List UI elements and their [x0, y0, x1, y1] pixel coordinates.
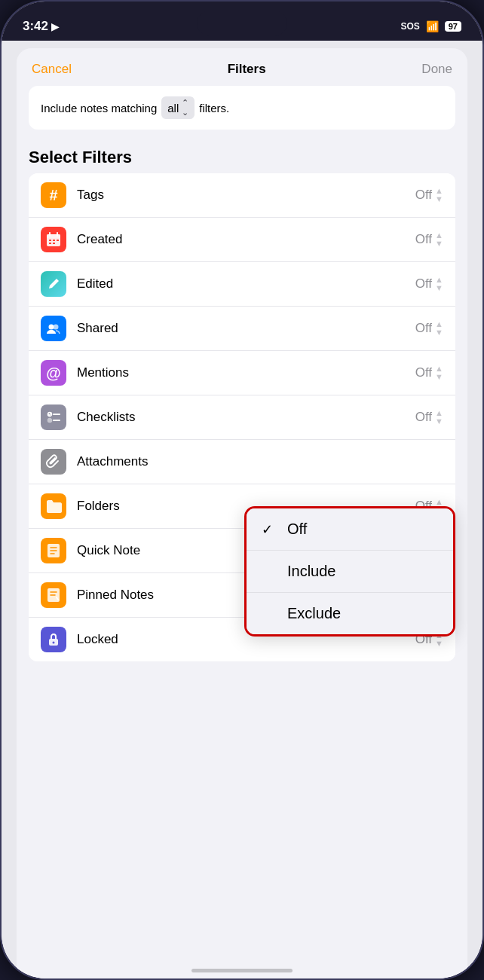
dropdown-exclude-label: Exclude [287, 605, 341, 622]
svg-rect-1 [47, 234, 60, 238]
modal-sheet: Cancel Filters Done Include notes matchi… [17, 48, 467, 978]
sos-indicator: SOS [400, 21, 419, 32]
home-indicator [191, 969, 293, 972]
created-label: Created [77, 232, 415, 247]
svg-point-12 [48, 419, 52, 423]
svg-rect-4 [49, 240, 51, 241]
checklists-value: Off [415, 410, 432, 425]
phone-screen: 3:42 ▶ SOS 📶 97 Cancel Filters Done [2, 2, 482, 978]
battery-icon: 97 [445, 21, 461, 32]
shared-label: Shared [77, 321, 415, 336]
status-bar: 3:42 ▶ SOS 📶 97 [2, 2, 482, 41]
filter-item-shared[interactable]: Shared Off ▲▼ [29, 307, 455, 351]
dropdown-popup: ✓ Off ✓ Include ✓ Exclude [244, 506, 455, 637]
pinned-icon [41, 582, 66, 608]
filter-list: # Tags Off ▲▼ [29, 173, 455, 661]
attachments-label: Attachments [77, 454, 443, 469]
phone-frame: 3:42 ▶ SOS 📶 97 Cancel Filters Done [0, 0, 484, 980]
checklists-icon [41, 405, 66, 430]
mentions-icon: @ [41, 360, 66, 386]
dropdown-option-include[interactable]: ✓ Include [247, 551, 453, 593]
location-icon: ▶ [51, 21, 59, 32]
locked-icon [41, 627, 66, 652]
quicknote-icon [41, 538, 66, 563]
filter-item-attachments[interactable]: Attachments ✓ Off ✓ Include [29, 440, 455, 484]
svg-rect-8 [57, 240, 59, 241]
folders-icon [41, 493, 66, 519]
filter-match-row: Include notes matching all ⌃⌄ filters. [29, 86, 455, 130]
filter-item-created[interactable]: Created Off ▲▼ [29, 218, 455, 262]
svg-point-10 [54, 325, 59, 330]
tags-value: Off [415, 188, 432, 203]
modal-header: Cancel Filters Done [17, 48, 467, 86]
status-icons: SOS 📶 97 [400, 20, 461, 32]
mentions-chevron-icon: ▲▼ [435, 365, 443, 381]
check-icon: ✓ [262, 521, 278, 538]
filter-match-prefix: Include notes matching [41, 102, 157, 114]
exclude-check-icon: ✓ [262, 606, 278, 622]
shared-value: Off [415, 321, 432, 336]
edited-chevron-icon: ▲▼ [435, 276, 443, 292]
done-button[interactable]: Done [421, 62, 452, 77]
filter-item-tags[interactable]: # Tags Off ▲▼ [29, 173, 455, 218]
dropdown-option-exclude[interactable]: ✓ Exclude [247, 593, 453, 634]
filter-item-edited[interactable]: Edited Off ▲▼ [29, 262, 455, 307]
checklists-label: Checklists [77, 410, 415, 425]
attachments-icon [41, 449, 66, 475]
created-icon [41, 227, 66, 252]
edited-label: Edited [77, 276, 415, 292]
include-check-icon: ✓ [262, 563, 278, 580]
tags-label: Tags [77, 188, 415, 203]
wifi-icon: 📶 [426, 20, 439, 32]
svg-point-9 [49, 325, 54, 330]
dynamic-island [197, 11, 287, 36]
svg-point-23 [53, 642, 55, 644]
status-time: 3:42 ▶ [23, 19, 59, 34]
created-value: Off [415, 232, 432, 247]
filters-title: Filters [228, 62, 266, 77]
dropdown-include-label: Include [287, 563, 336, 580]
content-area: Cancel Filters Done Include notes matchi… [2, 41, 482, 978]
match-chevron-icon: ⌃⌄ [182, 98, 188, 118]
checklists-chevron-icon: ▲▼ [435, 409, 443, 426]
edited-value: Off [415, 276, 432, 292]
svg-rect-5 [53, 240, 55, 241]
section-title: Select Filters [17, 142, 467, 173]
dropdown-off-label: Off [287, 521, 307, 538]
edited-icon [41, 271, 66, 297]
filter-item-mentions[interactable]: @ Mentions Off ▲▼ [29, 351, 455, 395]
shared-icon [41, 316, 66, 341]
filter-item-checklists[interactable]: Checklists Off ▲▼ [29, 395, 455, 440]
svg-rect-6 [49, 243, 51, 244]
tags-icon: # [41, 182, 66, 208]
mentions-label: Mentions [77, 365, 415, 380]
cancel-button[interactable]: Cancel [32, 62, 72, 77]
filter-match-suffix: filters. [199, 102, 229, 114]
mentions-value: Off [415, 365, 432, 380]
tags-chevron-icon: ▲▼ [435, 187, 443, 203]
shared-chevron-icon: ▲▼ [435, 320, 443, 337]
filter-match-selector[interactable]: all ⌃⌄ [161, 96, 195, 119]
dropdown-option-off[interactable]: ✓ Off [247, 508, 453, 551]
created-chevron-icon: ▲▼ [435, 231, 443, 248]
svg-rect-7 [53, 243, 55, 244]
